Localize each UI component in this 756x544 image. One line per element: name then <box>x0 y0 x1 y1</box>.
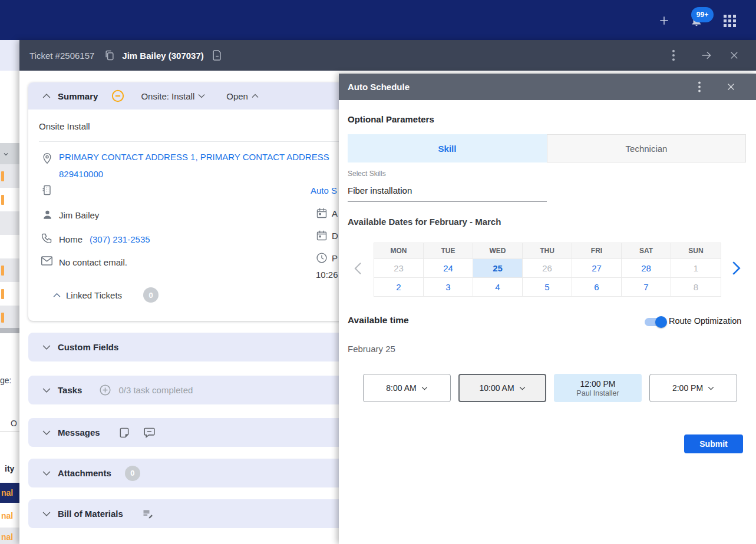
top-navbar: 99+ <box>0 0 756 40</box>
auto-schedule-link[interactable]: Auto S <box>311 185 337 195</box>
background-divider <box>0 328 19 333</box>
linked-tickets-count-badge: 0 <box>143 287 159 303</box>
section-label: Attachments <box>58 468 111 478</box>
calendar-week-row: 23 24 25 26 27 28 1 <box>374 258 721 277</box>
date-cell[interactable]: 3 <box>424 277 473 296</box>
tab-technician[interactable]: Technician <box>547 134 746 162</box>
section-label: Custom Fields <box>58 342 118 352</box>
slot-time-label: 2:00 PM <box>672 383 703 393</box>
attachments-count-badge: 0 <box>125 466 140 481</box>
background-page-sliver: ge: O ity nal nal nal <box>0 40 19 544</box>
ticket-status-dropdown[interactable]: Open <box>226 91 259 101</box>
kebab-menu-icon[interactable] <box>672 49 675 62</box>
route-optimization-toggle[interactable] <box>645 318 666 326</box>
linked-tickets-label[interactable]: Linked Tickets <box>66 290 122 300</box>
background-row-link[interactable]: nal <box>1 511 13 520</box>
copy-icon[interactable] <box>104 49 115 62</box>
kebab-menu-icon[interactable] <box>698 81 701 93</box>
pop-out-arrow-icon[interactable] <box>700 49 713 61</box>
selected-day-label: February 25 <box>348 344 395 354</box>
priority-warning-icon <box>111 89 124 102</box>
orange-text-fragment <box>1 313 4 323</box>
expand-chevron-icon[interactable] <box>42 344 51 350</box>
date-cell[interactable]: 7 <box>622 277 671 296</box>
expand-chevron-icon[interactable] <box>42 470 51 476</box>
time-slot-10am[interactable]: 10:00 AM <box>458 374 546 402</box>
summary-header: Summary Onsite: Install Open <box>28 82 358 110</box>
section-bill-of-materials[interactable]: Bill of Materials <box>28 499 358 528</box>
section-label: Tasks <box>58 385 82 395</box>
date-cell[interactable]: 24 <box>424 258 473 277</box>
date-cell[interactable]: 6 <box>572 277 622 296</box>
calendar-prev-icon[interactable] <box>354 262 362 275</box>
chevron-down-icon <box>519 386 526 390</box>
slot-technician-label: Paul Installer <box>576 389 619 397</box>
day-header: SAT <box>622 243 671 258</box>
submit-button[interactable]: Submit <box>684 434 743 453</box>
section-tasks[interactable]: Tasks 0/3 task completed <box>28 376 358 404</box>
panel-title: Auto Schedule <box>348 82 410 92</box>
date-cell[interactable]: 2 <box>374 277 424 296</box>
ticket-type-dropdown[interactable]: Onsite: Install <box>141 91 205 101</box>
close-icon[interactable] <box>729 50 740 61</box>
date-cell[interactable]: 5 <box>523 277 572 296</box>
date-cell: 23 <box>374 258 424 277</box>
contact-name: Jim Bailey <box>59 210 99 220</box>
section-attachments[interactable]: Attachments 0 <box>28 459 358 487</box>
background-row-link[interactable]: nal <box>1 488 13 497</box>
summary-card: Summary Onsite: Install Open Onsite Inst… <box>28 82 358 321</box>
skills-input[interactable]: Fiber installation <box>348 185 412 195</box>
calendar-next-icon[interactable] <box>731 261 741 276</box>
section-messages[interactable]: Messages <box>28 418 358 447</box>
tab-skill[interactable]: Skill <box>348 134 547 162</box>
calendar-day-headers: MON TUE WED THU FRI SAT SUN <box>374 243 721 258</box>
collapse-chevron-icon[interactable] <box>42 93 51 99</box>
section-label: Messages <box>58 427 100 437</box>
chevron-down-icon <box>708 386 714 390</box>
appointment-time-fragment: 10:26 <box>316 270 338 280</box>
screen: ge: O ity nal nal nal 99+ Ticket #250615… <box>0 0 756 544</box>
appointment-row-fragment: A <box>332 208 338 218</box>
date-picker: MON TUE WED THU FRI SAT SUN 23 24 25 26 … <box>374 243 721 297</box>
date-cell[interactable]: 4 <box>473 277 523 296</box>
phone-icon <box>41 232 53 244</box>
time-slot-2pm[interactable]: 2:00 PM <box>649 374 737 402</box>
slot-time-label: 12:00 PM <box>580 379 616 389</box>
background-row-link[interactable]: nal <box>1 532 13 542</box>
ticket-number: Ticket #2506157 <box>29 51 94 61</box>
service-address-link[interactable]: PRIMARY CONTACT ADDRESS 1, PRIMARY CONTA… <box>59 152 329 162</box>
close-icon[interactable] <box>726 82 736 92</box>
tasks-progress-text: 0/3 task completed <box>118 385 193 395</box>
comment-icon[interactable] <box>143 426 156 439</box>
time-slot-12pm-selected[interactable]: 12:00 PM Paul Installer <box>554 374 642 402</box>
date-cell[interactable]: 27 <box>572 258 622 277</box>
toggle-thumb <box>655 316 667 328</box>
divider <box>39 141 358 142</box>
time-slot-8am[interactable]: 8:00 AM <box>363 374 451 402</box>
add-task-icon[interactable] <box>99 384 111 396</box>
phone-number-link[interactable]: (307) 231-2535 <box>90 234 150 244</box>
section-custom-fields[interactable]: Custom Fields <box>28 333 358 361</box>
date-cell-selected[interactable]: 25 <box>473 258 523 277</box>
auto-schedule-panel: Auto Schedule Optional Parameters Skill … <box>339 74 756 544</box>
date-cell[interactable]: 28 <box>622 258 671 277</box>
customer-name: Jim Bailey (307037) <box>122 51 203 61</box>
expand-chevron-icon[interactable] <box>42 430 51 436</box>
service-address-line2[interactable]: 829410000 <box>59 169 103 179</box>
linked-tickets-chevron-icon[interactable] <box>53 293 61 298</box>
expand-chevron-icon[interactable] <box>42 511 51 517</box>
note-icon[interactable] <box>118 427 130 439</box>
apps-grid-icon[interactable] <box>724 15 736 27</box>
notification-count-badge: 99+ <box>691 7 714 22</box>
background-row <box>0 211 19 235</box>
available-time-heading: Available time <box>348 315 409 326</box>
orange-text-fragment <box>1 289 4 299</box>
location-pin-icon <box>41 151 53 165</box>
add-icon[interactable] <box>658 15 670 26</box>
day-header: FRI <box>572 243 622 258</box>
document-icon[interactable] <box>212 49 223 62</box>
appointment-row-fragment: D <box>332 231 338 241</box>
edit-list-icon[interactable] <box>141 508 154 520</box>
calendar-week-row: 2 3 4 5 6 7 8 <box>374 277 721 296</box>
expand-chevron-icon[interactable] <box>42 387 51 393</box>
